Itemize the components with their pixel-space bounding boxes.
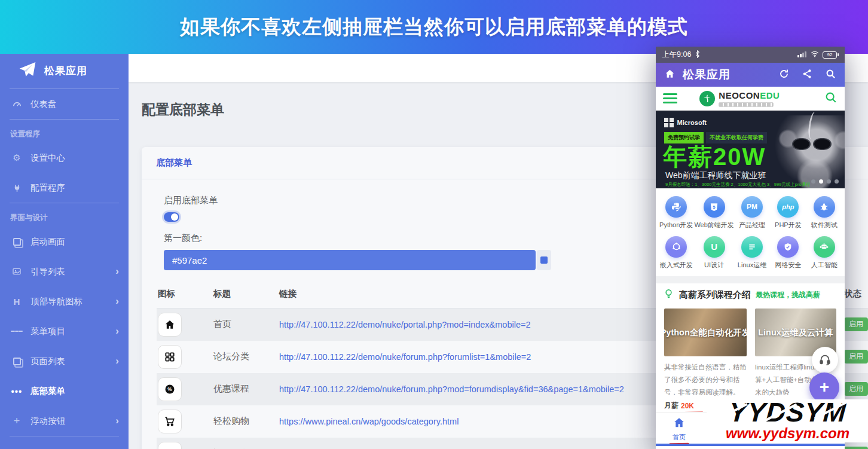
category-icon-grid: Python开发 5 Web前端开发 PM 产品经理 php PHP开发 软件测… [656, 188, 845, 276]
sidebar-item-settings[interactable]: ⚙ 设置中心 [0, 143, 129, 173]
grid-item-web[interactable]: 5 Web前端开发 [694, 193, 733, 233]
sidebar-item-configure[interactable]: 配置程序 [0, 173, 129, 203]
sidebar-item-dashboard[interactable]: 仪表盘 [0, 89, 129, 119]
promo-banner: 如果你不喜欢左侧抽屉栏当然你可以启用底部菜单的模式 [0, 0, 868, 54]
grid-item-python[interactable]: Python开发 [658, 193, 694, 233]
grid-item-ui[interactable]: U UI设计 [694, 233, 733, 273]
grid-item-label: Linux运维 [738, 261, 766, 270]
hero-subtitle: Web前端工程师线下就业班 [665, 170, 766, 181]
watermark-title: YYDSYM [707, 399, 868, 426]
sidebar-item-guide[interactable]: 引导列表 › [0, 256, 129, 286]
sidebar-item-label: 页面列表 [30, 356, 65, 367]
pm-icon: PM [741, 196, 763, 218]
sidebar-item-label: 仪表盘 [30, 99, 57, 110]
grid-item-label: Web前端开发 [694, 221, 733, 230]
home-icon [158, 313, 182, 337]
column-header-status: 状态 [843, 280, 868, 309]
heading-icon: H [11, 297, 23, 307]
watermark: YYDSYM www.yydsym.com [707, 399, 868, 442]
color-picker-button[interactable] [537, 250, 551, 270]
watermark-url: www.yydsym.com [707, 426, 868, 441]
site-nav-bar: NEOCONEDU [656, 87, 845, 111]
home-icon[interactable] [664, 68, 676, 82]
chevron-right-icon: › [115, 415, 119, 427]
pages-icon [11, 358, 23, 365]
sidebar-item-menu[interactable]: 菜单项目 › [0, 316, 129, 346]
column-header-title: 标题 [212, 280, 278, 309]
sidebar-item-label: 配置程序 [30, 182, 65, 194]
phone-preview: 上午9:06 92 松果应用 [656, 47, 845, 449]
status-badge: 启用 [844, 350, 868, 364]
bottom-nav-active-indicator [656, 444, 845, 446]
sidebar-item-label: 启动画面 [30, 236, 65, 248]
customer-service-button[interactable] [812, 347, 838, 373]
chevron-right-icon: › [115, 325, 119, 337]
sidebar-item-label: 顶部导航图标 [30, 296, 82, 307]
lightbulb-icon [663, 288, 674, 302]
ellipsis-icon: ••• [11, 386, 23, 396]
hamburger-menu-icon[interactable] [663, 91, 677, 106]
app-logo[interactable]: 松果应用 [0, 54, 129, 88]
course-title: Python全能自动化开发 [664, 327, 747, 338]
microsoft-logo: Microsoft [664, 118, 707, 127]
search-icon[interactable] [825, 68, 836, 82]
grid-item-php[interactable]: php PHP开发 [770, 193, 806, 233]
grid-icon [158, 345, 182, 369]
hero-headline: 年薪20W [663, 140, 766, 173]
discount-icon: % [158, 377, 182, 401]
grid-item-pm[interactable]: PM 产品经理 [734, 193, 770, 233]
site-search-icon[interactable] [824, 91, 838, 106]
section-gap [656, 276, 845, 283]
home-icon [673, 416, 686, 432]
share-icon[interactable] [802, 68, 813, 82]
chevron-right-icon: › [115, 355, 119, 367]
app-title: 松果应用 [44, 64, 87, 78]
course-card-python[interactable]: Python全能自动化开发 其非常接近自然语言，精简了很多不必要的分号和括号，非… [664, 309, 747, 414]
sidebar-item-label: 引导列表 [30, 266, 65, 277]
site-brand-subtitle-blurred [719, 102, 774, 107]
divider [10, 436, 119, 436]
status-badge: 启用 [844, 382, 868, 396]
status-time: 上午9:06 [662, 50, 691, 60]
grid-item-label: 人工智能 [811, 261, 838, 270]
cart-icon [158, 410, 182, 433]
sidebar-item-label: 底部菜单 [30, 386, 65, 397]
refresh-icon[interactable] [778, 68, 790, 82]
menu-link[interactable]: http://47.100.112.22/demo/nuke/forum.php… [279, 384, 624, 394]
grid-item-label: Python开发 [659, 221, 693, 230]
menu-link[interactable]: http://47.100.112.22/demo/nuke/portal.ph… [279, 320, 531, 329]
grid-item-ai[interactable]: 人工智能 [806, 233, 842, 273]
list-icon [11, 329, 23, 333]
plug-icon [11, 184, 23, 193]
signal-icon [797, 51, 807, 59]
sidebar-item-bottommenu[interactable]: ••• 底部菜单 [0, 376, 129, 406]
sidebar-item-label: 浮动按钮 [30, 416, 65, 427]
grid-item-security[interactable]: 网络安全 [770, 233, 806, 273]
grid-item-linux[interactable]: Linux运维 [734, 233, 770, 273]
promo-banner-text: 如果你不喜欢左侧抽屉栏当然你可以启用底部菜单的模式 [180, 14, 688, 41]
grid-item-testing[interactable]: 软件测试 [806, 193, 842, 233]
menu-link[interactable]: https://www.pineal.cn/wap/goods/category… [279, 417, 459, 426]
sidebar-item-fab[interactable]: + 浮动按钮 › [0, 406, 129, 436]
sidebar-item-topnav[interactable]: H 顶部导航图标 › [0, 286, 129, 316]
grid-item-label: 软件测试 [811, 221, 838, 230]
hero-fineprint: 9月报名即送：1、3000元生活费 2、1000元大礼包 3、999元线上pro… [665, 182, 811, 188]
sidebar-item-splash[interactable]: 启动画面 [0, 227, 129, 256]
first-color-input[interactable] [164, 250, 536, 270]
course-section-header: 高薪系列课程介绍 最热课程，挑战高薪 [656, 283, 845, 306]
grid-item-embedded[interactable]: 嵌入式开发 [658, 233, 694, 273]
hero-carousel[interactable]: Microsoft 免费预约试学 不就业不收取任何学费 年薪20W Web前端工… [656, 111, 845, 188]
floating-add-button[interactable]: + [809, 372, 839, 402]
sidebar-item-label: 设置中心 [30, 152, 65, 164]
carousel-dots[interactable] [811, 179, 839, 184]
menu-title: 论坛分类 [212, 341, 278, 373]
enable-bottom-menu-toggle[interactable] [164, 212, 179, 222]
status-badge: 启用 [844, 317, 868, 331]
python-icon [665, 196, 687, 218]
site-logo[interactable]: NEOCONEDU [699, 90, 780, 107]
menu-link[interactable]: http://47.100.112.22/demo/nuke/forum.php… [279, 352, 531, 362]
page-title: 配置底部菜单 [142, 100, 224, 119]
sidebar-item-pages[interactable]: 页面列表 › [0, 346, 129, 376]
tab-home[interactable]: 首页 [669, 416, 689, 445]
status-badge: 启用 [844, 447, 868, 449]
